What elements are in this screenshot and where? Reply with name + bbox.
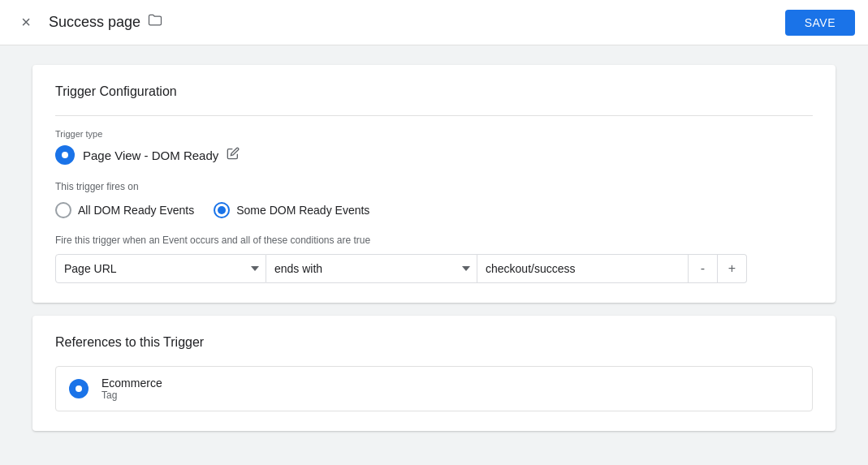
radio-all-circle — [55, 202, 71, 218]
trigger-type-icon — [55, 145, 75, 165]
close-button[interactable]: × — [13, 10, 39, 36]
title-text: Success page — [49, 14, 140, 31]
fires-on-label: This trigger fires on — [55, 181, 813, 192]
add-condition-button[interactable]: + — [718, 254, 747, 283]
trigger-type-name: Page View - DOM Ready — [83, 149, 218, 162]
radio-option-some[interactable]: Some DOM Ready Events — [214, 202, 369, 218]
references-title: References to this Trigger — [55, 335, 813, 350]
radio-some-label: Some DOM Ready Events — [236, 204, 369, 217]
condition-operator-select[interactable]: ends with equals contains starts with ma… — [266, 254, 477, 283]
radio-all-label: All DOM Ready Events — [78, 204, 194, 217]
save-button[interactable]: SAVE — [785, 10, 855, 36]
main-content: Trigger Configuration Trigger type Page … — [0, 45, 868, 465]
radio-option-all[interactable]: All DOM Ready Events — [55, 202, 194, 218]
folder-icon[interactable] — [147, 12, 163, 32]
trigger-type-row: Page View - DOM Ready — [55, 145, 813, 165]
ref-name: Ecommerce — [101, 377, 162, 390]
remove-condition-button[interactable]: - — [689, 254, 718, 283]
reference-item[interactable]: Ecommerce Tag — [55, 366, 813, 411]
condition-row: Page URL Page Path Page Hostname Page Ti… — [55, 254, 813, 283]
condition-field-select[interactable]: Page URL Page Path Page Hostname Page Ti… — [55, 254, 266, 283]
condition-label: Fire this trigger when an Event occurs a… — [55, 235, 813, 246]
divider — [55, 115, 813, 116]
radio-group: All DOM Ready Events Some DOM Ready Even… — [55, 202, 813, 218]
ref-type: Tag — [101, 390, 162, 401]
edit-trigger-type-icon[interactable] — [227, 147, 240, 163]
trigger-config-card: Trigger Configuration Trigger type Page … — [32, 65, 836, 303]
trigger-type-label: Trigger type — [55, 129, 813, 139]
page-title: Success page — [49, 12, 785, 32]
references-card: References to this Trigger Ecommerce Tag — [32, 316, 836, 431]
condition-value-input[interactable] — [477, 254, 689, 283]
trigger-config-title: Trigger Configuration — [55, 84, 813, 99]
ref-icon — [69, 379, 89, 398]
header: × Success page SAVE — [0, 0, 868, 45]
radio-some-circle — [214, 202, 230, 218]
ref-info: Ecommerce Tag — [101, 377, 162, 401]
